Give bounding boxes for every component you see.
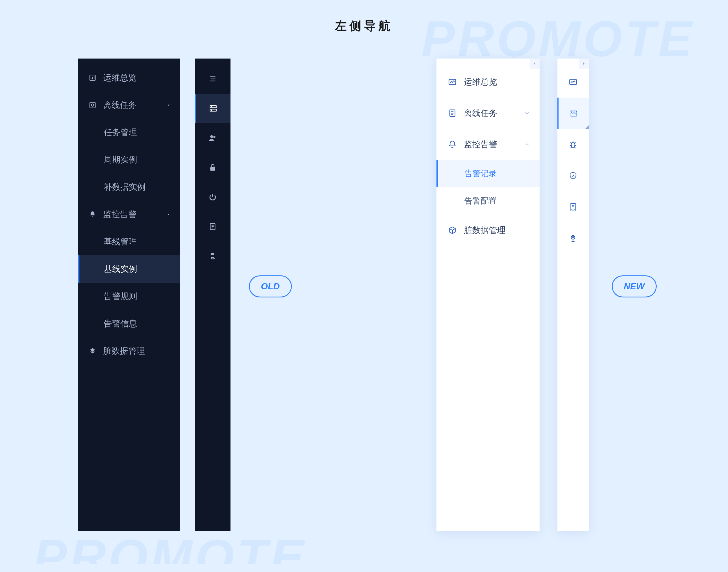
server-icon — [209, 104, 217, 113]
collapsed-item-camera[interactable] — [558, 222, 589, 254]
sidebar-label: 离线任务 — [103, 99, 137, 111]
chevron-down-icon — [166, 212, 171, 217]
sidebar-item-dirty-data[interactable]: 脏数据管理 — [436, 215, 539, 246]
page-title: 左侧导航 — [335, 18, 393, 34]
dashboard-icon — [448, 77, 457, 87]
sidebar-label: 运维总览 — [103, 72, 137, 84]
doc-icon — [448, 109, 457, 118]
new-sidebar-expanded: 运维总览 离线任务 监控告警 告警记 — [436, 59, 539, 531]
old-sidebar-collapsed — [195, 59, 230, 531]
sidebar-item-dirty-data[interactable]: 脏数据管理 — [78, 337, 180, 365]
new-sidebar-group: 运维总览 离线任务 监控告警 告警记 — [436, 59, 589, 531]
svg-rect-1 — [90, 102, 95, 108]
svg-point-16 — [573, 237, 574, 238]
svg-point-7 — [210, 135, 213, 138]
sidebar-item-overview[interactable]: 运维总览 — [436, 66, 539, 97]
sidebar-sub-label: 任务管理 — [104, 127, 137, 138]
collapsed-item-server[interactable] — [195, 94, 230, 123]
old-sidebar-group: 运维总览 离线任务 任务管理 周期实例 补数据实例 — [78, 59, 230, 531]
sidebar-item-offline-task[interactable]: 离线任务 — [436, 97, 539, 129]
svg-point-14 — [571, 142, 575, 147]
offline-task-icon — [88, 100, 97, 110]
sidebar-sub-label: 基线管理 — [104, 236, 137, 247]
sidebar-sub-alarm-record[interactable]: 告警记录 — [436, 160, 539, 187]
collapsed-item-list[interactable] — [195, 64, 230, 94]
collapsed-item-store[interactable] — [558, 97, 589, 129]
svg-point-5 — [211, 106, 212, 107]
svg-point-15 — [571, 235, 575, 239]
chevron-up-icon — [524, 141, 530, 147]
sidebar-sub-baseline-mgmt[interactable]: 基线管理 — [78, 228, 180, 255]
data-icon — [88, 347, 97, 355]
sidebar-sub-alarm-info[interactable]: 告警信息 — [78, 310, 180, 337]
svg-point-2 — [91, 104, 94, 106]
sidebar-sub-label: 告警记录 — [464, 168, 497, 179]
new-sidebar-collapsed — [558, 59, 589, 531]
sidebar-item-overview[interactable]: 运维总览 — [78, 64, 180, 91]
sidebar-label: 运维总览 — [464, 76, 497, 88]
sidebar-sub-alarm-rule[interactable]: 告警规则 — [78, 283, 180, 310]
python-icon — [209, 252, 217, 260]
sidebar-label: 离线任务 — [464, 108, 497, 119]
bell-icon — [448, 140, 457, 149]
users-icon — [209, 134, 217, 142]
badge-new: NEW — [612, 275, 657, 297]
sidebar-item-monitor-alarm[interactable]: 监控告警 — [436, 129, 539, 160]
collapsed-item-shield[interactable] — [558, 160, 589, 191]
svg-point-8 — [214, 136, 216, 138]
sidebar-sub-label: 告警配置 — [464, 195, 497, 207]
sidebar-label: 脏数据管理 — [103, 345, 145, 357]
sidebar-sub-baseline-instance[interactable]: 基线实例 — [78, 255, 180, 283]
svg-rect-9 — [210, 167, 215, 171]
camera-icon — [569, 234, 578, 242]
shield-icon — [569, 171, 578, 180]
watermark-bottom: PROMOTE — [33, 528, 307, 564]
sidebar-label: 监控告警 — [103, 209, 137, 220]
sidebar-label: 监控告警 — [464, 139, 497, 150]
sidebar-item-monitor-alarm[interactable]: 监控告警 — [78, 201, 180, 228]
resize-handle-icon — [585, 126, 589, 129]
sidebar-item-offline-task[interactable]: 离线任务 — [78, 91, 180, 119]
collapsed-item-lock[interactable] — [195, 153, 230, 182]
chevron-down-icon — [166, 102, 171, 108]
collapsed-item-python[interactable] — [195, 241, 230, 271]
list-icon — [209, 75, 217, 83]
collapsed-item-dashboard[interactable] — [558, 66, 589, 97]
old-sidebar-expanded: 运维总览 离线任务 任务管理 周期实例 补数据实例 — [78, 59, 180, 531]
sidebar-sub-task-mgmt[interactable]: 任务管理 — [78, 119, 180, 146]
receipt-icon — [569, 202, 578, 211]
sidebar-sub-label: 告警信息 — [104, 318, 137, 330]
collapsed-item-doc[interactable] — [195, 212, 230, 241]
sidebar-sub-label: 补数据实例 — [104, 182, 145, 193]
sidebar-label: 脏数据管理 — [464, 225, 506, 236]
dashboard-icon — [88, 73, 97, 82]
sidebar-sub-label: 周期实例 — [104, 154, 137, 165]
bug-icon — [569, 140, 578, 149]
sidebar-sub-backfill[interactable]: 补数据实例 — [78, 173, 180, 201]
bell-icon — [88, 210, 97, 219]
sidebar-sub-alarm-config[interactable]: 告警配置 — [436, 187, 539, 215]
lock-icon — [209, 163, 217, 172]
sidebar-sub-cycle-instance[interactable]: 周期实例 — [78, 146, 180, 173]
doc-icon — [209, 222, 217, 231]
collapsed-item-receipt[interactable] — [558, 191, 589, 222]
dashboard-icon — [569, 77, 578, 86]
svg-point-6 — [211, 110, 212, 111]
collapsed-item-users[interactable] — [195, 123, 230, 153]
collapsed-item-bug[interactable] — [558, 129, 589, 160]
chevron-down-icon — [524, 110, 530, 116]
store-icon — [569, 109, 578, 118]
power-icon — [209, 193, 217, 201]
collapsed-item-power[interactable] — [195, 182, 230, 212]
sidebar-sub-label: 告警规则 — [104, 291, 137, 302]
sidebar-sub-label: 基线实例 — [104, 264, 137, 275]
cube-icon — [448, 225, 457, 235]
badge-old: OLD — [249, 275, 292, 297]
